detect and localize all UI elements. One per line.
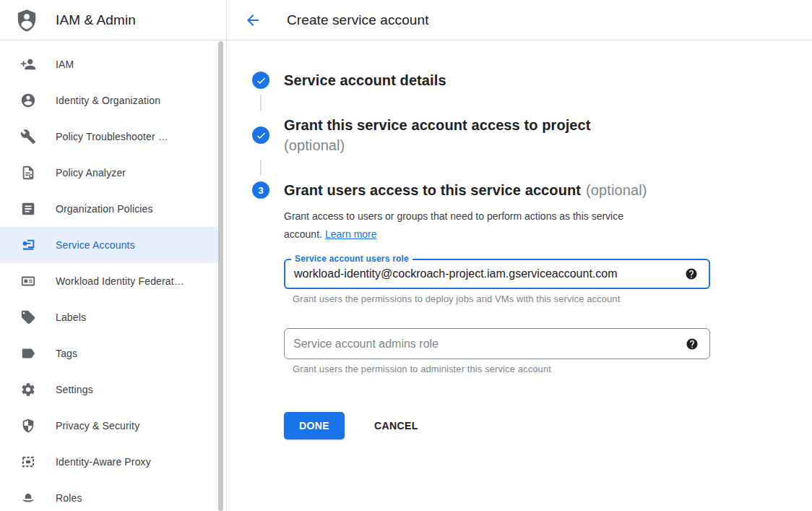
users-role-helper-text: Grant users the permissions to deploy jo… (293, 293, 812, 304)
step-2-optional-label: (optional) (284, 135, 591, 155)
step-3-description: Grant access to users or groups that nee… (284, 207, 690, 244)
action-buttons: DONE CANCEL (284, 412, 812, 439)
step-1-title: Service account details (284, 70, 446, 90)
sidebar-item-label: Service Accounts (56, 239, 135, 251)
admins-role-helper-text: Grant users the permission to administer… (293, 364, 812, 374)
step-3-optional-label: (optional) (586, 182, 647, 198)
cancel-button[interactable]: CANCEL (366, 414, 427, 437)
sidebar-item-workload-identity-federation[interactable]: Workload Identity Federat… (0, 263, 219, 299)
service-account-key-icon (20, 237, 36, 253)
sidebar-item-label: Identity-Aware Proxy (56, 456, 151, 468)
sidebar-item-labels[interactable]: Labels (0, 299, 219, 335)
gear-icon (20, 382, 36, 398)
step-2: Grant this service account access to pro… (252, 115, 812, 155)
hat-icon (20, 490, 36, 506)
sidebar-scrollbar[interactable] (218, 41, 223, 511)
service-account-users-role-input[interactable] (285, 267, 685, 280)
iam-admin-app: IAM & Admin IAM Identity & Organization … (0, 0, 812, 511)
badge-card-icon (20, 273, 36, 289)
done-button[interactable]: DONE (284, 412, 345, 439)
sidebar-item-policy-troubleshooter[interactable]: Policy Troubleshooter … (0, 119, 219, 155)
sidebar-item-label: Privacy & Security (56, 420, 139, 431)
sidebar-item-settings[interactable]: Settings (0, 372, 219, 408)
product-title: IAM & Admin (56, 12, 136, 28)
person-add-icon (20, 56, 36, 72)
sidebar-item-roles[interactable]: Roles (0, 480, 219, 511)
help-icon (686, 338, 699, 351)
service-account-admins-role-input[interactable] (285, 338, 686, 351)
step-3-title-text: Grant users access to this service accou… (284, 182, 581, 198)
main-panel: Create service account Service account d… (227, 0, 812, 511)
sidebar: IAM & Admin IAM Identity & Organization … (0, 0, 227, 511)
wrench-icon (20, 129, 36, 145)
step-1-completed-check-icon (252, 72, 269, 89)
sidebar-header: IAM & Admin (0, 0, 226, 40)
step-1: Service account details (252, 70, 812, 90)
step-3-body: Grant access to users or groups that nee… (284, 207, 812, 439)
sidebar-item-label: Labels (56, 312, 86, 323)
step-3-title: Grant users access to this service accou… (284, 180, 647, 200)
step-connector (260, 95, 262, 111)
page-title: Create service account (287, 12, 429, 28)
sidebar-item-label: Policy Troubleshooter … (56, 131, 168, 142)
iam-shield-person-icon (14, 7, 40, 34)
users-role-field-label: Service account users role (291, 254, 413, 264)
sidebar-item-label: Organization Policies (56, 203, 153, 215)
label-arrow-icon (20, 345, 36, 361)
service-account-users-role-field: Service account users role (284, 259, 710, 289)
step-2-title-text: Grant this service account access to pro… (284, 117, 591, 133)
arrow-back-icon (244, 12, 262, 29)
page-header: Create service account (227, 0, 812, 40)
sidebar-item-identity-aware-proxy[interactable]: Identity-Aware Proxy (0, 444, 219, 480)
sidebar-item-label: Settings (56, 384, 93, 395)
proxy-frame-icon (20, 454, 36, 470)
wizard-content: Service account details Grant this servi… (227, 40, 812, 439)
step-2-completed-check-icon (252, 126, 269, 144)
learn-more-link[interactable]: Learn more (325, 228, 377, 240)
policy-analyzer-doc-icon (20, 165, 36, 181)
sidebar-item-label: Roles (56, 492, 82, 504)
sidebar-item-label: IAM (56, 59, 74, 70)
sidebar-item-label: Policy Analyzer (56, 167, 126, 179)
sidebar-nav: IAM Identity & Organization Policy Troub… (0, 40, 226, 511)
article-lines-icon (20, 201, 36, 217)
sidebar-item-service-accounts[interactable]: Service Accounts (0, 227, 219, 263)
help-icon (685, 267, 698, 280)
step-connector (260, 160, 262, 176)
sidebar-item-iam[interactable]: IAM (0, 46, 219, 82)
sidebar-item-tags[interactable]: Tags (0, 335, 219, 372)
step-2-title: Grant this service account access to pro… (284, 115, 591, 155)
sidebar-item-privacy-security[interactable]: Privacy & Security (0, 408, 219, 444)
sidebar-item-organization-policies[interactable]: Organization Policies (0, 191, 219, 227)
back-button[interactable] (244, 12, 262, 29)
account-circle-icon (20, 93, 36, 108)
sidebar-item-label: Identity & Organization (56, 95, 160, 106)
tag-icon (20, 309, 36, 325)
sidebar-item-policy-analyzer[interactable]: Policy Analyzer (0, 155, 219, 191)
service-account-admins-role-field (284, 328, 710, 359)
sidebar-item-identity-organization[interactable]: Identity & Organization (0, 82, 219, 119)
step-3: 3 Grant users access to this service acc… (252, 180, 812, 200)
admins-role-help-button[interactable] (686, 338, 699, 351)
sidebar-item-label: Tags (56, 348, 77, 359)
users-role-help-button[interactable] (685, 267, 698, 280)
shield-half-icon (20, 418, 36, 434)
sidebar-item-label: Workload Identity Federat… (56, 275, 184, 287)
step-3-number-badge: 3 (252, 181, 269, 199)
